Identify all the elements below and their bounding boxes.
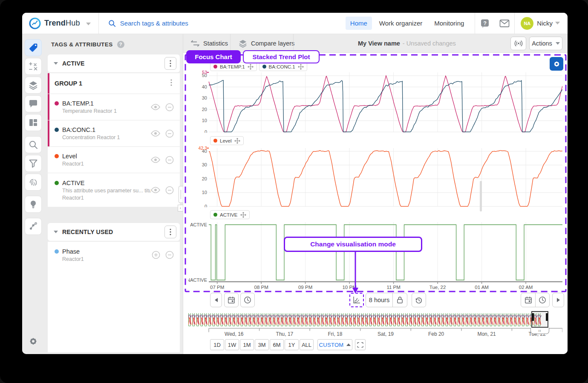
minus-circle-icon[interactable] <box>165 251 174 259</box>
brand[interactable]: TrendHub <box>22 17 80 29</box>
nav-home[interactable]: Home <box>346 17 372 30</box>
legend-color-dot <box>262 65 266 69</box>
section-menu-button[interactable] <box>164 57 176 70</box>
kebab-icon <box>170 229 171 235</box>
visualisation-mode-button[interactable] <box>349 293 364 307</box>
range-button-1y[interactable]: 1Y <box>285 339 299 350</box>
formula-icon <box>29 62 38 71</box>
chart-scrollbar-thumb[interactable] <box>480 181 482 212</box>
custom-range-button[interactable]: CUSTOM <box>317 339 352 350</box>
avatar[interactable]: NA <box>521 17 533 30</box>
minus-circle-icon[interactable] <box>165 186 174 194</box>
tag-row[interactable]: BA:TEMP.1Temperature Reactor 1 <box>48 94 180 120</box>
time-end-button[interactable] <box>535 293 549 307</box>
section-header-active: ACTIVE <box>48 54 180 72</box>
tag-row[interactable]: LevelReactor1 <box>48 146 180 173</box>
step-forward-button[interactable] <box>552 293 564 307</box>
lock-duration-button[interactable] <box>393 293 407 307</box>
rail-comments-button[interactable] <box>25 95 42 112</box>
range-button-1d[interactable]: 1D <box>210 339 224 350</box>
overview-strip[interactable] <box>188 312 542 327</box>
rail-dashboard-button[interactable] <box>25 114 42 131</box>
actions-button[interactable]: Actions <box>529 37 562 50</box>
move-icon[interactable] <box>298 64 304 70</box>
calendar-start-button[interactable] <box>224 293 239 307</box>
live-broadcast-button[interactable] <box>510 37 526 50</box>
rail-formulas-button[interactable] <box>25 58 42 75</box>
tab-focus-chart[interactable]: Focus Chart <box>186 50 241 63</box>
nav-monitoring[interactable]: Monitoring <box>429 17 469 30</box>
move-icon[interactable] <box>248 64 254 70</box>
eye-icon[interactable] <box>151 130 160 137</box>
fit-range-button[interactable] <box>355 339 366 350</box>
rail-search-button[interactable] <box>25 136 42 153</box>
rail-layers-button[interactable] <box>25 77 42 94</box>
group-menu-button[interactable] <box>167 79 176 88</box>
overview-selection-window[interactable] <box>531 311 548 328</box>
minus-circle-icon[interactable] <box>165 156 174 164</box>
section-collapse-icon[interactable] <box>54 231 58 233</box>
selection-left-handle[interactable] <box>532 313 534 321</box>
minus-circle-icon[interactable] <box>165 129 174 138</box>
legend-pill-active[interactable]: ACTIVE <box>210 210 250 219</box>
group-row[interactable]: GROUP 1 <box>48 73 180 94</box>
range-button-all[interactable]: ALL <box>300 339 314 350</box>
duration-label[interactable]: 8 hours <box>366 293 393 307</box>
legend-pill-ba-conc-1[interactable]: BA:CONC.1 <box>259 62 307 71</box>
plus-circle-icon[interactable] <box>152 251 160 259</box>
tag-color-dot <box>55 154 59 158</box>
calendar-end-button[interactable] <box>521 293 535 307</box>
move-icon[interactable] <box>234 138 240 144</box>
help-button[interactable]: ? <box>475 13 495 34</box>
trend-plot-level[interactable]: 01020304042.3 <box>188 146 562 207</box>
range-button-1w[interactable]: 1W <box>225 339 239 350</box>
rail-recommendations-button[interactable] <box>25 196 42 213</box>
search-bar[interactable]: Search tags & attributes <box>99 20 346 27</box>
tag-row[interactable]: ACTIVEThis attribute uses parameter su..… <box>48 173 180 207</box>
tag-info: BA:CONC.1Concentration Reactor 1 <box>55 126 151 140</box>
section-menu-button[interactable] <box>164 226 176 238</box>
sidebar-collapse-icon[interactable]: ‹ <box>178 205 183 212</box>
selection-drag-tab[interactable]: II <box>530 328 549 334</box>
tag-row[interactable]: BA:CONC.1Concentration Reactor 1 <box>48 120 180 146</box>
minus-circle-icon[interactable] <box>165 103 174 111</box>
rail-settings-button[interactable] <box>25 333 42 350</box>
legend-pill-ba-temp-1[interactable]: BA:TEMP.1 <box>210 62 257 71</box>
eye-icon[interactable] <box>151 104 160 110</box>
nav-work-organizer[interactable]: Work organizer <box>375 17 427 30</box>
sidebar-resize-handle[interactable] <box>179 186 183 203</box>
user-chevron-down-icon[interactable] <box>555 22 560 25</box>
tags-sidebar: TAGS & ATTRIBUTES ? ACTIVEGROUP 1BA:TEMP… <box>44 34 183 354</box>
messages-button[interactable] <box>495 13 514 34</box>
history-button[interactable] <box>412 293 426 307</box>
move-icon[interactable] <box>240 212 246 218</box>
rail-fingerprint-button[interactable] <box>25 174 42 191</box>
time-start-button[interactable] <box>240 293 255 307</box>
chevron-left-icon <box>215 298 218 302</box>
eye-icon[interactable] <box>151 157 160 163</box>
selection-right-handle[interactable] <box>546 313 548 321</box>
user-name[interactable]: Nicky <box>537 20 553 27</box>
rail-ml-button[interactable] <box>25 218 42 235</box>
range-button-6m[interactable]: 6M <box>270 339 284 350</box>
svg-text:53: 53 <box>202 70 207 75</box>
rail-filter-button[interactable] <box>25 155 42 172</box>
rail-tags-button[interactable] <box>25 39 42 56</box>
step-back-button[interactable] <box>210 293 222 307</box>
brand-chevron-down-icon[interactable] <box>86 20 91 27</box>
eye-icon[interactable] <box>151 187 160 193</box>
legend-label: Level <box>220 138 232 143</box>
range-button-3m[interactable]: 3M <box>255 339 269 350</box>
sidebar-help-icon[interactable]: ? <box>117 41 124 48</box>
trend-plot-active-digital[interactable]: ACTIVEINACTIVE07 PM08 PM09 PM10 PM11 PMT… <box>188 220 562 292</box>
legend-pill-level[interactable]: Level <box>210 136 244 145</box>
main-area: Statistics Compare layers My View name -… <box>183 34 568 354</box>
tab-stacked-trend-plot[interactable]: Stacked Trend Plot <box>243 50 320 63</box>
tag-info: BA:TEMP.1Temperature Reactor 1 <box>55 100 151 114</box>
trend-plot-temp-conc[interactable]: 0102030405053 <box>188 70 562 133</box>
section-collapse-icon[interactable] <box>54 62 58 65</box>
range-button-1m[interactable]: 1M <box>240 339 254 350</box>
chart-settings-button[interactable] <box>550 57 563 71</box>
tag-row[interactable]: PhaseReactor1 <box>48 242 180 268</box>
tag-icon <box>29 43 38 52</box>
